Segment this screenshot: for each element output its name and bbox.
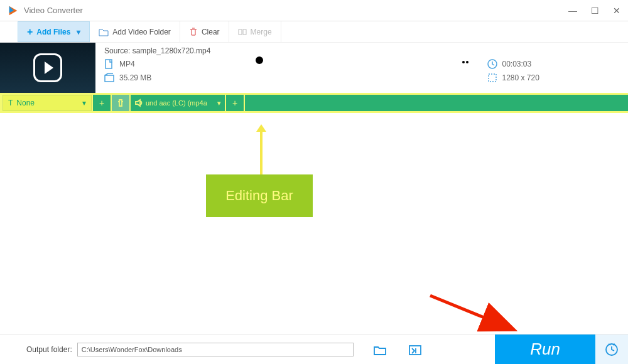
play-icon [33,53,62,82]
add-folder-label: Add Video Folder [112,28,171,36]
bottom-bar: Output folder: Run [0,334,628,364]
folder-icon [99,27,109,37]
run-button[interactable]: Run [495,335,595,365]
merge-button: Merge [229,21,281,42]
svg-rect-5 [489,74,496,82]
size-icon [104,73,114,83]
file-row: Source: sample_1280x720.mp4 MP4 00:03:03… [0,43,628,93]
resolution-icon [487,73,497,83]
chevron-down-icon[interactable]: ▾ [77,28,80,36]
svg-rect-1 [243,29,246,35]
app-title: Video Converter [24,6,83,15]
annotation-arrow [260,131,263,174]
output-folder-label: Output folder: [26,345,72,354]
source-format: MP4 [119,60,135,68]
source-title: Source: sample_1280x720.mp4 [104,46,628,55]
minimize-icon[interactable]: — [568,6,577,16]
add-files-button[interactable]: + Add Files ▾ [18,21,90,42]
maximize-icon[interactable]: ☐ [591,6,599,16]
toolbar: + Add Files ▾ Add Video Folder Clear Mer… [0,21,628,43]
plus-icon: + [27,26,33,38]
svg-rect-14 [409,346,421,355]
subtitle-select[interactable]: TNone▾ [3,95,92,111]
close-icon[interactable]: ✕ [613,6,620,16]
chevron-down-icon: ▾ [217,99,221,107]
audio-value: und aac (LC) (mp4a [146,99,207,107]
open-folder-button[interactable] [371,341,389,358]
app-logo-icon [8,5,19,16]
video-thumbnail[interactable] [0,43,95,93]
audio-select[interactable]: und aac (LC) (mp4a▾ [131,95,225,111]
speaker-icon [134,99,143,107]
annotation-red-arrow [427,292,521,336]
source-panel: Source: sample_1280x720.mp4 MP4 00:03:03… [95,43,628,93]
add-subtitle-button[interactable]: + [93,95,111,111]
browse-folder-button[interactable] [406,341,424,358]
schedule-button[interactable] [595,335,628,365]
editing-bar: TNone▾ + und aac (LC) (mp4a▾ + [0,93,628,113]
source-duration: 00:03:03 [502,60,532,68]
remove-subtitle-button [112,95,129,111]
merge-label: Merge [251,28,272,36]
add-files-label: Add Files [36,28,70,36]
clear-label: Clear [202,28,220,36]
output-folder-input[interactable] [77,343,354,356]
titlebar: Video Converter — ☐ ✕ [0,0,628,21]
chevron-down-icon: ▾ [82,99,86,107]
trash-icon [189,28,198,36]
clear-button[interactable]: Clear [180,21,229,42]
file-icon [104,59,114,69]
run-label: Run [530,340,560,359]
clock-icon [487,59,497,69]
svg-rect-4 [105,75,114,82]
subtitle-value: None [16,99,35,107]
svg-rect-0 [239,29,242,35]
merge-icon [238,28,247,36]
source-size: 35.29 MB [119,73,151,82]
add-folder-button[interactable]: Add Video Folder [90,21,180,42]
svg-rect-2 [106,60,112,68]
file-list: Source: sample_1280x720.mp4 MP4 00:03:03… [0,43,628,281]
annotation-label: Editing Bar [206,174,313,217]
add-audio-button[interactable]: + [226,95,244,111]
source-res: 1280 x 720 [502,73,539,82]
